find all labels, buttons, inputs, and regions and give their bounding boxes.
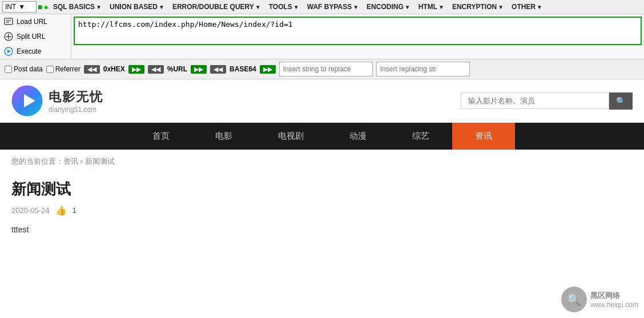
chevron-icon: ▼ [405,4,410,10]
toolbar: INT ▼ ■ ● SQL BASICS▼ UNION BASED▼ ERROR… [0,0,644,14]
chevron-icon: ▼ [293,4,299,10]
split-icon [3,31,14,42]
svg-rect-0 [5,18,13,25]
logo-text-area: 电影无忧 dianying51.com [49,88,103,114]
nav-item-tv[interactable]: 电视剧 [255,123,327,150]
menu-html[interactable]: HTML▼ [415,1,448,13]
site-nav: 首页 电影 电视剧 动漫 综艺 资讯 [0,123,644,150]
referrer-checkbox-label[interactable]: Referrer [46,65,80,73]
site-content: 电影无忧 dianying51.com 🔍 首页 电影 电视剧 动漫 综艺 资讯… [0,79,644,251]
chevron-icon: ▼ [438,4,444,10]
execute-button[interactable]: Execute [0,44,71,59]
b64-label: BASE64 [230,65,256,73]
like-count: 1 [73,206,77,215]
logo-icon [11,85,43,116]
hex-label: 0xHEX [103,65,125,73]
url-input[interactable]: http://lfcms.com/index.php/Home/News/ind… [74,17,642,45]
menu-encryption[interactable]: ENCRYPTION▼ [449,1,507,13]
nav-item-home[interactable]: 首页 [130,123,192,150]
nav-item-variety[interactable]: 综艺 [389,123,452,150]
search-button[interactable]: 🔍 [609,92,633,110]
nav-item-news[interactable]: 资讯 [452,123,515,150]
insert-string-input[interactable] [279,62,373,77]
menu-sql-basics[interactable]: SQL BASICS▼ [50,1,105,13]
menu-error-double[interactable]: ERROR/DOUBLE QUERY▼ [169,1,264,13]
menu-other[interactable]: OTHER▼ [508,1,546,13]
int-label: INT [5,3,16,11]
breadcrumb: 您的当前位置：资讯 › 新闻测试 [0,150,644,174]
article-meta: 2020-05-24 👍 1 [11,205,633,216]
chevron-icon: ▼ [498,4,504,10]
url-right-arrow[interactable]: ▶▶ [191,65,207,74]
menu-tools[interactable]: TOOLS▼ [265,1,303,13]
url-left-arrow[interactable]: ◀◀ [148,65,164,74]
menu-union-based[interactable]: UNION BASED▼ [106,1,168,13]
b64-left-arrow[interactable]: ◀◀ [210,65,226,74]
chevron-icon: ▼ [159,4,164,10]
left-sidebar: Load URL Split URL Execute [0,14,71,59]
hex-right-arrow[interactable]: ▶▶ [128,65,144,74]
url-input-area: http://lfcms.com/index.php/Home/News/ind… [71,14,644,59]
chevron-icon: ▼ [255,4,261,10]
site-subtitle: dianying51.com [49,106,103,114]
site-logo: 电影无忧 dianying51.com [11,85,103,116]
chevron-down-icon: ▼ [18,3,25,11]
article-date: 2020-05-24 [11,206,50,215]
chevron-icon: ▼ [537,4,542,10]
referrer-checkbox[interactable] [46,66,54,73]
menu-encoding[interactable]: ENCODING▼ [363,1,414,13]
site-title: 电影无忧 [49,88,103,106]
article-body: tttest [11,225,633,234]
nav-item-movies[interactable]: 电影 [192,123,255,150]
options-bar: Post data Referrer ◀◀ 0xHEX ▶▶ ◀◀ %URL ▶… [0,59,644,79]
article: 新闻测试 2020-05-24 👍 1 tttest [0,174,644,251]
hex-left-arrow[interactable]: ◀◀ [84,65,100,74]
execute-icon [3,46,14,57]
site-search: 🔍 [461,92,633,110]
split-url-button[interactable]: Split URL [0,29,71,44]
like-icon[interactable]: 👍 [55,205,67,216]
post-data-checkbox-label[interactable]: Post data [5,65,43,73]
dot-green1: ■ [38,2,42,11]
nav-item-anime[interactable]: 动漫 [327,123,389,150]
load-icon [3,17,14,27]
url-encode-label: %URL [167,65,187,73]
chevron-icon: ▼ [353,4,359,10]
post-data-checkbox[interactable] [5,66,12,73]
search-input[interactable] [461,92,609,109]
int-selector[interactable]: INT ▼ [2,1,37,13]
b64-right-arrow[interactable]: ▶▶ [260,65,276,74]
url-area: Load URL Split URL Execute http:// [0,14,644,59]
chevron-icon: ▼ [96,4,102,10]
article-title: 新闻测试 [11,179,633,199]
menu-waf-bypass[interactable]: WAF BYPASS▼ [304,1,362,13]
dot-green2: ● [43,2,48,11]
insert-replacing-input[interactable] [376,62,470,77]
site-header: 电影无忧 dianying51.com 🔍 [0,79,644,123]
svg-marker-7 [7,50,11,53]
load-url-button[interactable]: Load URL [0,14,71,29]
